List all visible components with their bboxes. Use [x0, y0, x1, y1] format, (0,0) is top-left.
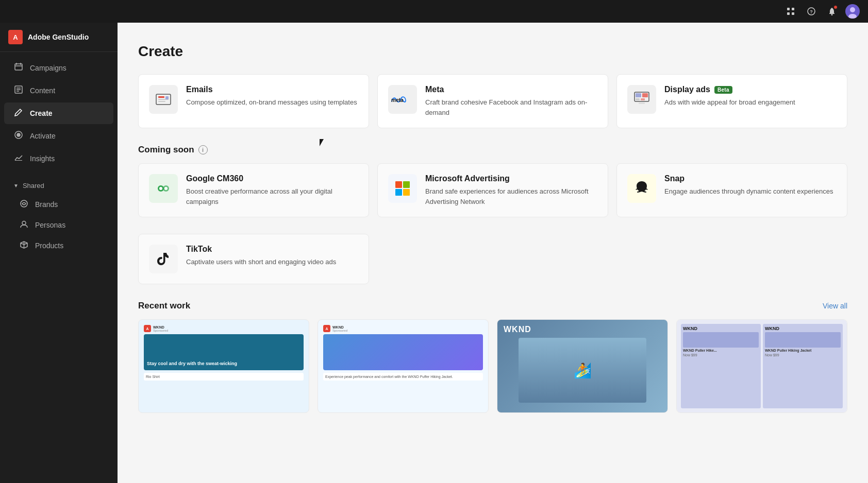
card-tiktok[interactable]: TikTok Captivate users with short and en… [138, 234, 369, 284]
svg-rect-2 [787, 12, 790, 15]
svg-point-22 [22, 221, 26, 225]
sidebar-item-insights[interactable]: Insights [4, 148, 113, 169]
sidebar-section-shared: ▼ Shared Brands [0, 178, 118, 255]
svg-rect-28 [165, 96, 169, 99]
svg-point-8 [850, 7, 855, 12]
sidebar-item-create[interactable]: Create [4, 102, 113, 124]
tiktok-icon-wrap [149, 245, 178, 273]
sidebar-item-campaigns[interactable]: Campaigns [4, 57, 113, 79]
microsoft-advertising-card-desc: Brand safe experiences for audiences acr… [425, 186, 597, 206]
notification-icon[interactable] [825, 4, 839, 19]
svg-rect-34 [641, 98, 645, 100]
meta-card-text: Meta Craft brand cohesive Facebook and I… [425, 85, 597, 117]
emails-icon-wrap [149, 85, 178, 114]
sidebar-header: A Adobe GenStudio [0, 23, 118, 52]
recent-card-2-img: A WKND Sponsored Experience peak perform… [318, 320, 488, 412]
notification-badge [833, 5, 838, 9]
insights-label: Insights [30, 154, 55, 163]
sidebar-item-content[interactable]: Content [4, 80, 113, 101]
snap-card-title: Snap [664, 174, 685, 183]
recent-work-header: Recent work View all [138, 301, 847, 311]
microsoft-advertising-card-text: Microsoft Advertising Brand safe experie… [425, 174, 597, 206]
emails-card-title: Emails [186, 85, 213, 94]
coming-soon-section-title: Coming soon i [138, 145, 847, 155]
recent-cards: A WKND Sponsored Stay cool and dry with … [138, 319, 847, 413]
tiktok-card-text: TikTok Captivate users with short and en… [186, 245, 358, 267]
google-cm360-icon-wrap [149, 174, 178, 203]
sidebar-item-activate[interactable]: Activate [4, 125, 113, 147]
card-display-ads[interactable]: Display ads Beta Ads with wide appeal fo… [616, 74, 847, 128]
personas-label: Personas [35, 221, 65, 229]
sidebar-item-personas[interactable]: Personas [4, 215, 113, 235]
recent-card-1[interactable]: A WKND Sponsored Stay cool and dry with … [138, 319, 309, 413]
coming-soon-row2: TikTok Captivate users with short and en… [138, 234, 847, 284]
snap-card-desc: Engage audiences through dynamic content… [664, 186, 837, 197]
brands-icon [19, 199, 29, 210]
svg-rect-3 [792, 12, 794, 15]
activate-label: Activate [30, 132, 56, 140]
user-avatar[interactable] [845, 4, 860, 19]
meta-card-title: Meta [425, 85, 444, 94]
svg-point-21 [21, 200, 27, 207]
create-label: Create [30, 109, 53, 117]
emails-card-desc: Compose optimized, on-brand messages usi… [186, 97, 358, 108]
display-ads-icon-wrap [627, 85, 656, 114]
app-name: Adobe GenStudio [28, 33, 89, 41]
view-all-link[interactable]: View all [823, 302, 847, 310]
campaigns-icon [13, 62, 24, 74]
google-cm360-card-desc: Boost creative performance across all yo… [186, 186, 358, 206]
svg-rect-35 [639, 102, 645, 104]
svg-text:meta: meta [391, 97, 404, 103]
card-emails[interactable]: Emails Compose optimized, on-brand messa… [138, 74, 369, 128]
microsoft-advertising-icon-wrap [388, 174, 417, 203]
recent-card-2[interactable]: A WKND Sponsored Experience peak perform… [318, 319, 489, 413]
svg-point-39 [164, 187, 168, 190]
coming-soon-cards: Google CM360 Boost creative performance … [138, 163, 847, 217]
svg-rect-1 [792, 8, 794, 10]
coming-soon-info-icon[interactable]: i [198, 145, 208, 154]
recent-card-4[interactable]: WKND WKND Puller Hike... Now $99 WKND WK… [676, 319, 847, 413]
snap-card-text: Snap Engage audiences through dynamic co… [664, 174, 837, 197]
personas-icon [19, 220, 29, 230]
shared-section-header[interactable]: ▼ Shared [4, 178, 113, 194]
products-icon [19, 240, 29, 251]
layout-body: A Adobe GenStudio Campaigns [0, 0, 868, 483]
svg-rect-32 [642, 93, 648, 97]
svg-rect-10 [15, 64, 22, 70]
products-label: Products [35, 242, 63, 250]
brands-label: Brands [35, 200, 58, 209]
google-cm360-card-text: Google CM360 Boost creative performance … [186, 174, 358, 206]
tiktok-card-desc: Captivate users with short and engaging … [186, 257, 358, 267]
page-title: Create [138, 43, 847, 60]
svg-point-6 [831, 14, 833, 15]
beta-badge: Beta [714, 86, 732, 94]
recent-work-title: Recent work [138, 301, 190, 311]
card-google-cm360[interactable]: Google CM360 Boost creative performance … [138, 163, 369, 217]
meta-icon-wrap: meta [388, 85, 417, 114]
apps-icon[interactable] [783, 4, 798, 19]
svg-rect-41 [403, 181, 410, 188]
emails-card-text: Emails Compose optimized, on-brand messa… [186, 85, 358, 108]
recent-card-3[interactable]: WKND 🏄 [497, 319, 668, 413]
svg-rect-40 [395, 181, 402, 188]
card-meta[interactable]: meta Meta Craft brand cohesive Facebook … [377, 74, 608, 128]
display-ads-card-text: Display ads Beta Ads with wide appeal fo… [664, 85, 837, 108]
svg-rect-33 [636, 98, 640, 100]
top-nav: ? [0, 0, 868, 23]
sidebar-item-brands[interactable]: Brands [4, 195, 113, 214]
card-snap[interactable]: Snap Engage audiences through dynamic co… [616, 163, 847, 217]
svg-rect-43 [403, 189, 410, 196]
display-ads-card-title: Display ads [664, 85, 710, 94]
google-cm360-card-title: Google CM360 [186, 174, 243, 183]
help-icon[interactable]: ? [804, 4, 819, 19]
shared-chevron: ▼ [13, 183, 19, 188]
sidebar-item-products[interactable]: Products [4, 236, 113, 255]
tiktok-card-title: TikTok [186, 245, 212, 254]
recent-card-3-img: WKND 🏄 [497, 320, 667, 412]
sidebar: A Adobe GenStudio Campaigns [0, 23, 118, 483]
svg-rect-42 [395, 189, 402, 196]
sidebar-nav: Campaigns Content [0, 52, 118, 483]
svg-rect-25 [158, 96, 164, 98]
card-microsoft-advertising[interactable]: Microsoft Advertising Brand safe experie… [377, 163, 608, 217]
svg-rect-27 [158, 101, 165, 102]
